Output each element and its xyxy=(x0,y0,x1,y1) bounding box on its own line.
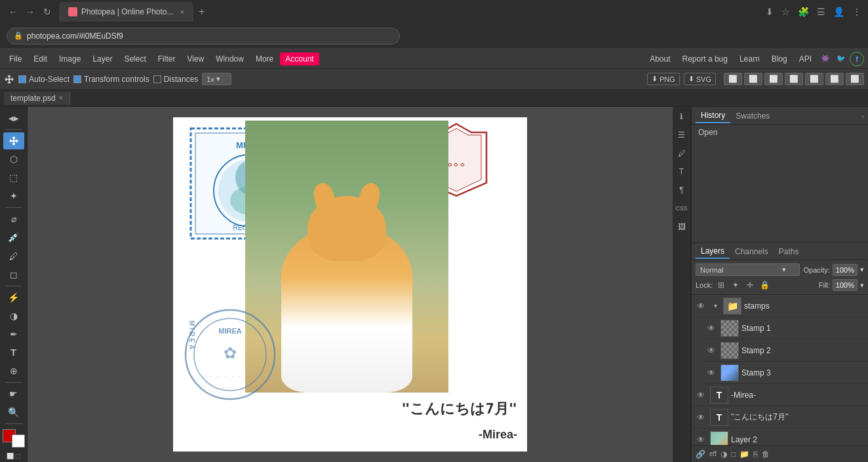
eraser-tool[interactable]: ◻ xyxy=(3,266,24,283)
tab-swatches[interactable]: Swatches xyxy=(730,109,775,123)
report-bug-link[interactable]: Report a bug xyxy=(677,52,733,66)
tab-layers[interactable]: Layers xyxy=(696,244,730,259)
browser-tab[interactable]: Photopea | Online Photo... × xyxy=(59,2,193,22)
zoom-tool[interactable]: 🔍 xyxy=(3,404,24,421)
menu-select[interactable]: Select xyxy=(119,52,151,66)
adjustment-icon[interactable]: ◑ xyxy=(720,450,727,459)
menu-window[interactable]: Window xyxy=(210,52,249,66)
menu-view[interactable]: View xyxy=(182,52,209,66)
screen-mode-icon[interactable]: ⬚ xyxy=(15,453,21,459)
layer-row-layer2[interactable]: 👁 Layer 2 xyxy=(692,429,868,445)
transform-btn[interactable]: ⬜ xyxy=(805,73,823,85)
download-icon[interactable]: ⬇ xyxy=(766,7,774,17)
magic-wand-tool[interactable]: ✦ xyxy=(3,187,24,204)
lasso-tool[interactable]: ⬚ xyxy=(3,169,24,186)
info-icon[interactable]: ℹ xyxy=(675,109,689,124)
extensions-icon[interactable]: 🧩 xyxy=(798,7,809,17)
zoom-dropdown[interactable]: 1x ▾ xyxy=(202,73,231,85)
menu-account[interactable]: Account xyxy=(280,52,319,66)
menu-more[interactable]: More xyxy=(250,52,279,66)
back-button[interactable]: ← xyxy=(7,7,20,17)
pen-tool[interactable]: ✒ xyxy=(3,326,24,343)
doc-tab-close[interactable]: × xyxy=(59,94,63,102)
blend-mode-dropdown[interactable]: Normal ▾ xyxy=(696,263,800,276)
align-center-button[interactable]: ⬜ xyxy=(744,73,762,85)
layer-row-mirea[interactable]: 👁 T -Mirea- xyxy=(692,384,868,406)
about-link[interactable]: About xyxy=(644,52,675,66)
align-right-button[interactable]: ⬜ xyxy=(764,73,783,85)
paragraph-icon[interactable]: ¶ xyxy=(675,183,689,197)
reload-button[interactable]: ↻ xyxy=(41,7,54,17)
group-icon[interactable]: 📁 xyxy=(740,450,749,459)
address-bar[interactable]: 🔒 photopea.com/#i0MEuDSf9 xyxy=(7,28,400,45)
menu-icon[interactable]: ⋮ xyxy=(852,7,861,17)
blog-link[interactable]: Blog xyxy=(766,52,793,66)
layer-row-japanese[interactable]: 👁 T "こんにちは7月" xyxy=(692,406,868,429)
layer-visibility-stamps[interactable]: 👁 xyxy=(694,299,707,313)
collapse-tools-button[interactable]: ◀▶ xyxy=(3,109,24,126)
distances-checkbox[interactable] xyxy=(153,75,161,83)
facebook-icon[interactable]: f xyxy=(850,52,864,66)
delete-icon[interactable]: 🗑 xyxy=(762,450,770,459)
smart-guide-btn[interactable]: ⬜ xyxy=(846,73,864,85)
canvas-area[interactable]: MIREA RECEIVED ✿ ✿ ✿ xyxy=(28,107,673,462)
warp-btn[interactable]: ⬜ xyxy=(825,73,844,85)
layer-visibility-japanese[interactable]: 👁 xyxy=(694,411,707,424)
text-tool[interactable]: T xyxy=(3,344,24,361)
menu-image[interactable]: Image xyxy=(54,52,86,66)
move-tool[interactable] xyxy=(3,132,24,149)
menu-layer[interactable]: Layer xyxy=(87,52,117,66)
layer-visibility-stamp2[interactable]: 👁 xyxy=(705,344,718,357)
clone-stamp-tool[interactable]: ⚡ xyxy=(3,289,24,306)
export-svg-button[interactable]: ⬇ SVG xyxy=(684,73,716,85)
learn-link[interactable]: Learn xyxy=(734,52,765,66)
fill-dropdown-arrow[interactable]: ▾ xyxy=(860,281,864,290)
shape-tool[interactable]: ⊕ xyxy=(3,362,24,379)
crop-tool[interactable]: ⌀ xyxy=(3,210,24,227)
tab-channels[interactable]: Channels xyxy=(730,245,774,258)
distribute-button[interactable]: ⬜ xyxy=(785,73,803,85)
layer-row-stamp2[interactable]: 👁 Stamp 2 xyxy=(702,339,868,362)
dodge-tool[interactable]: ◑ xyxy=(3,307,24,324)
brush-tool[interactable]: 🖊 xyxy=(3,248,24,265)
opacity-value[interactable]: 100% xyxy=(833,264,858,276)
layer-expand-stamps[interactable]: ▾ xyxy=(710,301,720,311)
lock-position-button[interactable]: ✦ xyxy=(730,279,741,291)
transform-controls-checkbox[interactable] xyxy=(73,75,81,83)
history-icon[interactable]: ☰ xyxy=(817,7,825,17)
layer-row-stamp1[interactable]: 👁 Stamp 1 xyxy=(702,317,868,339)
menu-filter[interactable]: Filter xyxy=(153,52,181,66)
hand-tool[interactable]: ☛ xyxy=(3,385,24,402)
auto-select-checkbox[interactable] xyxy=(18,75,26,83)
properties-icon[interactable]: ☰ xyxy=(675,128,689,142)
document-tab[interactable]: template.psd × xyxy=(4,92,70,105)
auto-select-item[interactable]: Auto-Select xyxy=(18,75,69,84)
brush-settings-icon[interactable]: 🖊 xyxy=(675,146,689,161)
layer-visibility-stamp3[interactable]: 👁 xyxy=(705,366,718,379)
fill-value[interactable]: 100% xyxy=(833,279,858,291)
reddit-icon[interactable]: 👾 xyxy=(818,52,833,66)
css-icon[interactable]: CSS xyxy=(675,201,689,216)
layer-visibility-mirea[interactable]: 👁 xyxy=(694,389,707,402)
align-left-button[interactable]: ⬜ xyxy=(724,73,742,85)
layer-row-stamp3[interactable]: 👁 Stamp 3 xyxy=(702,362,868,384)
opacity-dropdown-arrow[interactable]: ▾ xyxy=(860,265,864,274)
background-color[interactable] xyxy=(12,434,25,448)
transform-controls-item[interactable]: Transform controls xyxy=(73,75,149,84)
layer-visibility-layer2[interactable]: 👁 xyxy=(694,433,707,446)
bookmark-icon[interactable]: ☆ xyxy=(781,7,790,17)
menu-edit[interactable]: Edit xyxy=(28,52,52,66)
collapse-history-button[interactable]: › xyxy=(861,112,864,120)
mask-icon[interactable]: □ xyxy=(731,450,736,459)
menu-file[interactable]: File xyxy=(4,52,27,66)
history-item-open[interactable]: Open xyxy=(692,125,868,140)
type-settings-icon[interactable]: T xyxy=(675,164,689,179)
tab-paths[interactable]: Paths xyxy=(774,245,804,258)
link-icon[interactable]: 🔗 xyxy=(696,450,705,459)
lock-pixels-button[interactable]: ⊞ xyxy=(715,279,727,291)
layer-visibility-stamp1[interactable]: 👁 xyxy=(705,322,718,335)
api-link[interactable]: API xyxy=(794,52,817,66)
forward-button[interactable]: → xyxy=(24,7,37,17)
distances-item[interactable]: Distances xyxy=(153,75,199,84)
selection-tool[interactable]: ⬡ xyxy=(3,151,24,168)
